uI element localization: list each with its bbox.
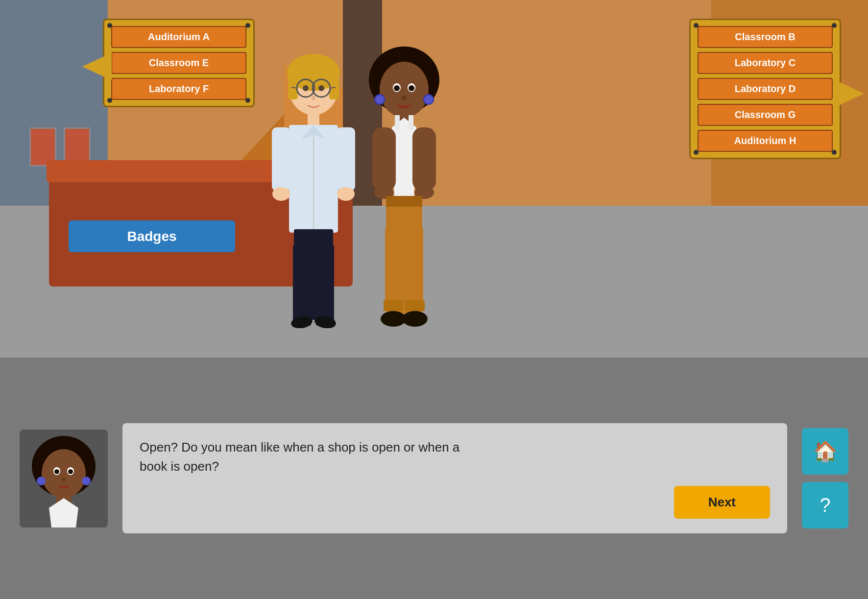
svg-rect-25 bbox=[316, 245, 334, 326]
svg-rect-46 bbox=[386, 196, 422, 207]
badges-label: Badges bbox=[127, 229, 176, 244]
sign-item-laboratory-f: Laboratory F bbox=[111, 78, 246, 100]
svg-point-52 bbox=[402, 311, 428, 327]
dialog-text: Open? Do you mean like when a shop is op… bbox=[140, 438, 770, 476]
bolt bbox=[245, 98, 250, 103]
dialog-line2: book is open? bbox=[140, 459, 219, 474]
svg-marker-1 bbox=[835, 80, 864, 107]
svg-point-13 bbox=[312, 95, 315, 101]
svg-rect-5 bbox=[329, 72, 339, 99]
svg-point-59 bbox=[68, 469, 73, 474]
svg-rect-19 bbox=[272, 127, 290, 191]
game-scene: Auditorium A Classroom E Laboratory F Cl… bbox=[0, 0, 868, 358]
home-icon: 🏠 bbox=[813, 440, 838, 463]
svg-rect-24 bbox=[293, 245, 311, 326]
home-button[interactable]: 🏠 bbox=[802, 428, 848, 475]
dialog-avatar bbox=[20, 430, 108, 527]
dialog-box: Open? Do you mean like when a shop is op… bbox=[0, 358, 868, 599]
svg-point-31 bbox=[394, 85, 400, 91]
bolt bbox=[245, 23, 250, 28]
svg-rect-42 bbox=[412, 127, 436, 191]
help-icon: ? bbox=[820, 494, 830, 516]
sign-left: Auditorium A Classroom E Laboratory F bbox=[103, 19, 255, 107]
svg-point-22 bbox=[337, 187, 355, 201]
dialog-text-area: Open? Do you mean like when a shop is op… bbox=[122, 423, 787, 533]
svg-rect-50 bbox=[405, 300, 425, 311]
svg-point-11 bbox=[303, 85, 309, 91]
svg-point-55 bbox=[42, 449, 86, 498]
dialog-line1: Open? Do you mean like when a shop is op… bbox=[140, 440, 459, 455]
bolt bbox=[107, 23, 112, 28]
svg-point-12 bbox=[318, 85, 324, 91]
svg-point-62 bbox=[61, 478, 66, 481]
sign-item-auditorium-h: Auditorium H bbox=[698, 130, 833, 152]
sign-item-classroom-b: Classroom B bbox=[698, 26, 833, 48]
svg-point-57 bbox=[54, 469, 59, 474]
character-blonde bbox=[265, 49, 362, 328]
svg-point-61 bbox=[82, 477, 91, 485]
sign-item-classroom-g: Classroom G bbox=[698, 104, 833, 126]
svg-rect-40 bbox=[409, 115, 413, 130]
svg-rect-47 bbox=[385, 228, 402, 311]
left-arrow bbox=[82, 53, 112, 82]
dialog-side-buttons: 🏠 ? bbox=[802, 428, 848, 528]
svg-rect-39 bbox=[395, 115, 400, 130]
svg-point-35 bbox=[424, 95, 434, 104]
svg-rect-41 bbox=[372, 127, 396, 191]
bolt bbox=[694, 150, 699, 155]
svg-rect-4 bbox=[288, 72, 298, 99]
sign-item-auditorium-a: Auditorium A bbox=[111, 26, 246, 48]
badges-button[interactable]: Badges bbox=[69, 220, 235, 252]
character-dark bbox=[353, 47, 456, 331]
bolt bbox=[832, 150, 837, 155]
svg-point-33 bbox=[409, 85, 414, 91]
sign-item-classroom-e: Classroom E bbox=[111, 52, 246, 74]
bolt bbox=[694, 23, 699, 28]
svg-point-36 bbox=[401, 96, 407, 100]
right-arrow bbox=[835, 80, 864, 109]
svg-marker-0 bbox=[82, 53, 112, 80]
svg-point-21 bbox=[272, 187, 290, 201]
svg-point-29 bbox=[380, 62, 429, 118]
sign-item-laboratory-c: Laboratory C bbox=[698, 52, 833, 74]
bolt bbox=[107, 98, 112, 103]
sign-right: Classroom B Laboratory C Laboratory D Cl… bbox=[689, 19, 841, 159]
sign-item-laboratory-d: Laboratory D bbox=[698, 78, 833, 100]
svg-point-60 bbox=[37, 477, 46, 485]
svg-point-34 bbox=[375, 95, 385, 104]
next-button[interactable]: Next bbox=[674, 486, 770, 519]
help-button[interactable]: ? bbox=[802, 482, 848, 528]
svg-rect-49 bbox=[384, 300, 403, 311]
svg-rect-48 bbox=[407, 228, 423, 311]
bolt bbox=[832, 23, 837, 28]
